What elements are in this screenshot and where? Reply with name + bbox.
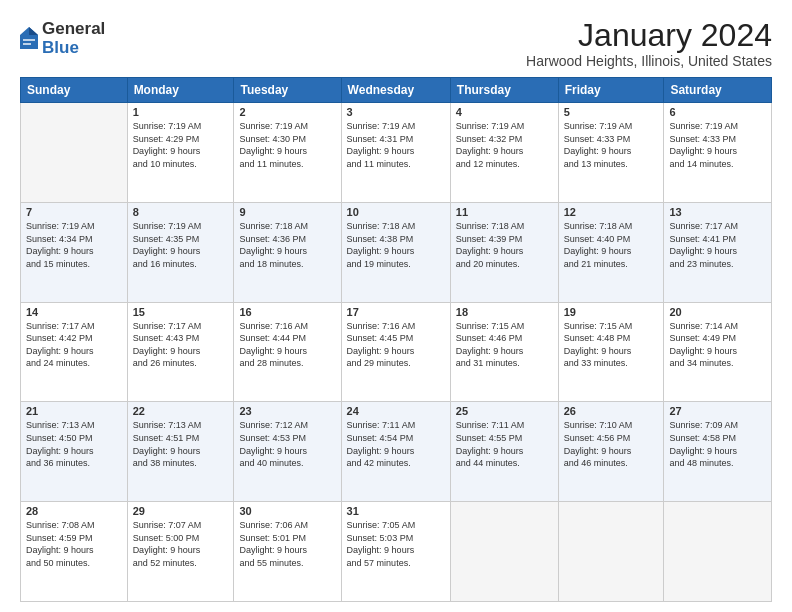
calendar-cell: 3Sunrise: 7:19 AMSunset: 4:31 PMDaylight… bbox=[341, 103, 450, 203]
logo: General Blue bbox=[20, 20, 105, 57]
header: General Blue January 2024 Harwood Height… bbox=[20, 18, 772, 69]
day-number: 23 bbox=[239, 405, 335, 417]
calendar-cell: 5Sunrise: 7:19 AMSunset: 4:33 PMDaylight… bbox=[558, 103, 664, 203]
calendar-cell: 21Sunrise: 7:13 AMSunset: 4:50 PMDayligh… bbox=[21, 402, 128, 502]
calendar-cell: 8Sunrise: 7:19 AMSunset: 4:35 PMDaylight… bbox=[127, 202, 234, 302]
calendar-cell: 25Sunrise: 7:11 AMSunset: 4:55 PMDayligh… bbox=[450, 402, 558, 502]
page-title: January 2024 bbox=[526, 18, 772, 53]
calendar-cell: 27Sunrise: 7:09 AMSunset: 4:58 PMDayligh… bbox=[664, 402, 772, 502]
day-number: 1 bbox=[133, 106, 229, 118]
day-number: 10 bbox=[347, 206, 445, 218]
day-number: 26 bbox=[564, 405, 659, 417]
calendar-header-friday: Friday bbox=[558, 78, 664, 103]
calendar-cell: 14Sunrise: 7:17 AMSunset: 4:42 PMDayligh… bbox=[21, 302, 128, 402]
calendar-header-saturday: Saturday bbox=[664, 78, 772, 103]
logo-icon bbox=[20, 27, 38, 49]
calendar-cell: 6Sunrise: 7:19 AMSunset: 4:33 PMDaylight… bbox=[664, 103, 772, 203]
logo-blue-text: Blue bbox=[42, 39, 105, 58]
calendar-cell: 4Sunrise: 7:19 AMSunset: 4:32 PMDaylight… bbox=[450, 103, 558, 203]
calendar-cell: 29Sunrise: 7:07 AMSunset: 5:00 PMDayligh… bbox=[127, 502, 234, 602]
day-number: 30 bbox=[239, 505, 335, 517]
calendar-cell: 18Sunrise: 7:15 AMSunset: 4:46 PMDayligh… bbox=[450, 302, 558, 402]
day-info: Sunrise: 7:12 AMSunset: 4:53 PMDaylight:… bbox=[239, 419, 335, 469]
day-info: Sunrise: 7:17 AMSunset: 4:41 PMDaylight:… bbox=[669, 220, 766, 270]
day-number: 24 bbox=[347, 405, 445, 417]
day-info: Sunrise: 7:14 AMSunset: 4:49 PMDaylight:… bbox=[669, 320, 766, 370]
calendar-header-wednesday: Wednesday bbox=[341, 78, 450, 103]
day-number: 8 bbox=[133, 206, 229, 218]
day-info: Sunrise: 7:19 AMSunset: 4:29 PMDaylight:… bbox=[133, 120, 229, 170]
day-number: 5 bbox=[564, 106, 659, 118]
calendar-cell: 30Sunrise: 7:06 AMSunset: 5:01 PMDayligh… bbox=[234, 502, 341, 602]
day-number: 12 bbox=[564, 206, 659, 218]
calendar-cell: 23Sunrise: 7:12 AMSunset: 4:53 PMDayligh… bbox=[234, 402, 341, 502]
day-number: 27 bbox=[669, 405, 766, 417]
day-number: 20 bbox=[669, 306, 766, 318]
day-number: 25 bbox=[456, 405, 553, 417]
day-info: Sunrise: 7:09 AMSunset: 4:58 PMDaylight:… bbox=[669, 419, 766, 469]
calendar-cell: 31Sunrise: 7:05 AMSunset: 5:03 PMDayligh… bbox=[341, 502, 450, 602]
calendar-cell: 22Sunrise: 7:13 AMSunset: 4:51 PMDayligh… bbox=[127, 402, 234, 502]
calendar-cell: 24Sunrise: 7:11 AMSunset: 4:54 PMDayligh… bbox=[341, 402, 450, 502]
calendar-cell bbox=[21, 103, 128, 203]
day-info: Sunrise: 7:13 AMSunset: 4:51 PMDaylight:… bbox=[133, 419, 229, 469]
calendar-cell: 12Sunrise: 7:18 AMSunset: 4:40 PMDayligh… bbox=[558, 202, 664, 302]
day-info: Sunrise: 7:16 AMSunset: 4:44 PMDaylight:… bbox=[239, 320, 335, 370]
calendar-header-monday: Monday bbox=[127, 78, 234, 103]
day-number: 15 bbox=[133, 306, 229, 318]
calendar-week-row: 28Sunrise: 7:08 AMSunset: 4:59 PMDayligh… bbox=[21, 502, 772, 602]
day-info: Sunrise: 7:19 AMSunset: 4:32 PMDaylight:… bbox=[456, 120, 553, 170]
calendar-cell: 26Sunrise: 7:10 AMSunset: 4:56 PMDayligh… bbox=[558, 402, 664, 502]
svg-rect-3 bbox=[23, 43, 31, 45]
calendar-cell: 15Sunrise: 7:17 AMSunset: 4:43 PMDayligh… bbox=[127, 302, 234, 402]
calendar-cell: 17Sunrise: 7:16 AMSunset: 4:45 PMDayligh… bbox=[341, 302, 450, 402]
calendar-header-tuesday: Tuesday bbox=[234, 78, 341, 103]
day-info: Sunrise: 7:13 AMSunset: 4:50 PMDaylight:… bbox=[26, 419, 122, 469]
logo-general-text: General bbox=[42, 20, 105, 39]
day-number: 31 bbox=[347, 505, 445, 517]
day-number: 2 bbox=[239, 106, 335, 118]
day-info: Sunrise: 7:17 AMSunset: 4:43 PMDaylight:… bbox=[133, 320, 229, 370]
day-info: Sunrise: 7:11 AMSunset: 4:55 PMDaylight:… bbox=[456, 419, 553, 469]
day-info: Sunrise: 7:05 AMSunset: 5:03 PMDaylight:… bbox=[347, 519, 445, 569]
day-number: 17 bbox=[347, 306, 445, 318]
day-info: Sunrise: 7:18 AMSunset: 4:38 PMDaylight:… bbox=[347, 220, 445, 270]
calendar-cell: 11Sunrise: 7:18 AMSunset: 4:39 PMDayligh… bbox=[450, 202, 558, 302]
calendar-cell bbox=[664, 502, 772, 602]
calendar-cell: 7Sunrise: 7:19 AMSunset: 4:34 PMDaylight… bbox=[21, 202, 128, 302]
day-info: Sunrise: 7:17 AMSunset: 4:42 PMDaylight:… bbox=[26, 320, 122, 370]
calendar-cell: 16Sunrise: 7:16 AMSunset: 4:44 PMDayligh… bbox=[234, 302, 341, 402]
day-info: Sunrise: 7:19 AMSunset: 4:34 PMDaylight:… bbox=[26, 220, 122, 270]
logo-text: General Blue bbox=[42, 20, 105, 57]
day-number: 4 bbox=[456, 106, 553, 118]
calendar-week-row: 14Sunrise: 7:17 AMSunset: 4:42 PMDayligh… bbox=[21, 302, 772, 402]
calendar-cell: 2Sunrise: 7:19 AMSunset: 4:30 PMDaylight… bbox=[234, 103, 341, 203]
calendar-cell: 9Sunrise: 7:18 AMSunset: 4:36 PMDaylight… bbox=[234, 202, 341, 302]
day-info: Sunrise: 7:19 AMSunset: 4:33 PMDaylight:… bbox=[669, 120, 766, 170]
day-info: Sunrise: 7:19 AMSunset: 4:31 PMDaylight:… bbox=[347, 120, 445, 170]
svg-rect-2 bbox=[23, 39, 35, 41]
day-info: Sunrise: 7:06 AMSunset: 5:01 PMDaylight:… bbox=[239, 519, 335, 569]
calendar-header-row: SundayMondayTuesdayWednesdayThursdayFrid… bbox=[21, 78, 772, 103]
calendar-week-row: 1Sunrise: 7:19 AMSunset: 4:29 PMDaylight… bbox=[21, 103, 772, 203]
day-number: 13 bbox=[669, 206, 766, 218]
calendar-cell bbox=[450, 502, 558, 602]
calendar-cell: 19Sunrise: 7:15 AMSunset: 4:48 PMDayligh… bbox=[558, 302, 664, 402]
calendar-cell: 10Sunrise: 7:18 AMSunset: 4:38 PMDayligh… bbox=[341, 202, 450, 302]
day-number: 22 bbox=[133, 405, 229, 417]
page: General Blue January 2024 Harwood Height… bbox=[0, 0, 792, 612]
day-number: 29 bbox=[133, 505, 229, 517]
calendar-week-row: 21Sunrise: 7:13 AMSunset: 4:50 PMDayligh… bbox=[21, 402, 772, 502]
calendar-cell bbox=[558, 502, 664, 602]
day-number: 28 bbox=[26, 505, 122, 517]
day-info: Sunrise: 7:07 AMSunset: 5:00 PMDaylight:… bbox=[133, 519, 229, 569]
calendar-cell: 28Sunrise: 7:08 AMSunset: 4:59 PMDayligh… bbox=[21, 502, 128, 602]
calendar-cell: 13Sunrise: 7:17 AMSunset: 4:41 PMDayligh… bbox=[664, 202, 772, 302]
day-number: 6 bbox=[669, 106, 766, 118]
day-number: 21 bbox=[26, 405, 122, 417]
day-number: 7 bbox=[26, 206, 122, 218]
calendar-table: SundayMondayTuesdayWednesdayThursdayFrid… bbox=[20, 77, 772, 602]
day-info: Sunrise: 7:11 AMSunset: 4:54 PMDaylight:… bbox=[347, 419, 445, 469]
calendar-cell: 1Sunrise: 7:19 AMSunset: 4:29 PMDaylight… bbox=[127, 103, 234, 203]
day-info: Sunrise: 7:15 AMSunset: 4:48 PMDaylight:… bbox=[564, 320, 659, 370]
